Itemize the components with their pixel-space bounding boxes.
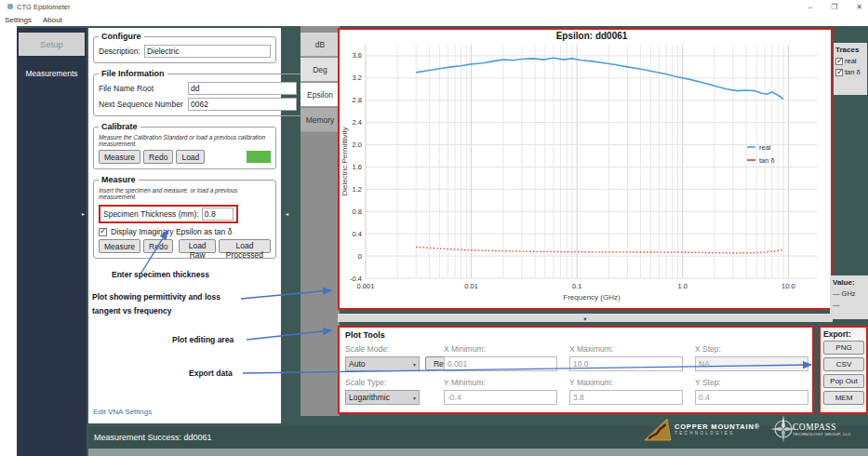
svg-text:0.4: 0.4 [353, 230, 362, 238]
x-step-input[interactable] [695, 356, 808, 371]
y-minimum-input[interactable] [444, 390, 557, 405]
check-icon: ✓ [836, 56, 844, 65]
calibrate-measure-button[interactable]: Measure [99, 150, 140, 164]
svg-text:2.0: 2.0 [353, 141, 362, 149]
measure-measure-button[interactable]: Measure [99, 239, 140, 253]
y-step-input[interactable] [695, 390, 808, 405]
traces-title: Traces [835, 46, 865, 54]
check-icon: ✓ [836, 67, 844, 76]
sidebar: Setup Measurements [17, 28, 87, 456]
measure-redo-button[interactable]: Redo [143, 239, 173, 253]
footer-strip [88, 449, 868, 456]
calibrate-legend: Calibrate [99, 122, 140, 131]
splitter-arrow-left-icon[interactable]: ► [81, 212, 86, 217]
x-step-label: X Step: [695, 344, 721, 354]
scale-type-label: Scale Type: [345, 378, 386, 387]
specimen-thickness-input[interactable] [202, 208, 234, 221]
load-raw-button[interactable]: Load Raw [179, 239, 215, 253]
copper-mountain-sub: TECHNOLOGIES [674, 431, 760, 436]
calibrate-redo-button[interactable]: Redo [143, 150, 173, 164]
imaginary-epsilon-checkbox-label: Display Imaginary Epsilon as tan δ [111, 227, 232, 236]
check-icon: ✓ [100, 226, 107, 235]
window-title: CTG Epsilometer [17, 3, 71, 11]
svg-text:0.8: 0.8 [353, 208, 362, 216]
imaginary-epsilon-checkbox[interactable]: ✓ [99, 228, 107, 236]
svg-text:1.2: 1.2 [353, 185, 362, 194]
edit-vna-settings-link[interactable]: Edit VNA Settings [93, 408, 152, 416]
trace-real-label: real [845, 57, 857, 65]
export-csv-button[interactable]: CSV [823, 357, 864, 371]
copper-mountain-name: COPPER MOUNTAIN® [674, 422, 760, 431]
measure-hint: Insert the specimen and measure, or load… [99, 187, 271, 200]
annotation-enter-thickness: Enter specimen thickness [112, 270, 209, 279]
svg-text:0.001: 0.001 [357, 282, 375, 290]
scale-type-dropdown[interactable]: Logarithmic ▾ [345, 390, 420, 405]
svg-text:0.1: 0.1 [572, 282, 581, 290]
scale-type-value: Logarithmic [349, 393, 390, 402]
plot-tools-panel: Plot Tools Scale Mode: X Minimum: X Maxi… [338, 326, 814, 414]
tab-memory[interactable]: Memory [300, 108, 340, 132]
configure-legend: Configure [99, 32, 144, 41]
svg-text:10.0: 10.0 [781, 282, 795, 290]
x-maximum-label: X Maximum: [569, 344, 613, 354]
export-png-button[interactable]: PNG [823, 341, 864, 355]
calibrate-hint: Measure the Calibration Standard or load… [99, 134, 271, 147]
trace-real-checkbox[interactable]: ✓ [835, 58, 843, 65]
next-sequence-input[interactable] [188, 98, 297, 111]
splitter-arrow-right-icon[interactable]: ◄ [285, 212, 289, 217]
traces-panel: Traces ✓ real ✓ tan δ [834, 43, 867, 95]
x-minimum-input[interactable] [444, 356, 557, 371]
value-reading: --- [833, 301, 865, 309]
maximize-icon[interactable]: ❐ [831, 3, 837, 11]
menu-about[interactable]: About [43, 16, 62, 24]
export-mem-button[interactable]: MEM [823, 391, 864, 405]
tab-epsilon[interactable]: Epsilon [300, 83, 340, 107]
y-maximum-input[interactable] [569, 390, 683, 405]
vendor-logos: COPPER MOUNTAIN® TECHNOLOGIES COMPASS TE… [644, 412, 851, 446]
svg-text:0: 0 [358, 252, 362, 261]
scale-mode-dropdown[interactable]: Auto ▾ [345, 356, 420, 371]
y-step-label: Y Step: [695, 378, 721, 387]
minimize-icon[interactable]: – [808, 3, 812, 11]
export-popout-button[interactable]: Pop Out [823, 374, 864, 388]
annotation-plot-note-line2: tangent vs frequency [92, 306, 172, 315]
file-information-legend: File Information [99, 69, 167, 78]
compass-name: COMPASS [793, 422, 851, 432]
epsilon-chart-canvas[interactable]: 3.63.22.82.42.01.61.20.80.40-0.40.0010.0… [340, 30, 831, 308]
sidebar-item-measurements[interactable]: Measurements [17, 63, 87, 84]
x-minimum-label: X Minimum: [444, 344, 486, 354]
close-icon[interactable]: ✕ [856, 3, 862, 11]
horizontal-splitter[interactable]: ▼ [338, 314, 833, 322]
svg-text:2.8: 2.8 [353, 96, 362, 104]
calibrate-load-button[interactable]: Load [176, 150, 205, 164]
description-input[interactable] [144, 45, 271, 58]
export-title: Export: [823, 329, 863, 339]
specimen-thickness-label: Specimen Thickness (mm): [103, 209, 199, 219]
value-panel: Value: --- GHz --- [830, 275, 868, 319]
export-panel: Export: PNG CSV Pop Out MEM [819, 326, 868, 414]
title-bar: CTG Epsilometer – ❐ ✕ [0, 0, 868, 13]
value-frequency: --- GHz [833, 289, 865, 298]
file-name-root-label: File Name Root [99, 84, 184, 93]
plot-tab-column: dB Deg Epsilon Memory [300, 26, 340, 416]
svg-text:3.6: 3.6 [353, 51, 362, 60]
svg-text:Frequency (GHz): Frequency (GHz) [563, 293, 621, 302]
scale-mode-value: Auto [349, 359, 366, 369]
configure-section: Configure Description: [93, 32, 276, 63]
svg-text:Dielectric Permittivity: Dielectric Permittivity [341, 127, 349, 195]
tab-deg[interactable]: Deg [300, 58, 340, 82]
value-title: Value: [833, 278, 865, 287]
menu-settings[interactable]: Settings [5, 16, 32, 24]
trace-tand-checkbox[interactable]: ✓ [835, 69, 843, 76]
next-sequence-label: Next Sequence Number [99, 100, 184, 109]
compass-logo: COMPASS TECHNOLOGY GROUP, LLC [769, 414, 851, 444]
svg-text:1.6: 1.6 [353, 163, 362, 171]
file-name-root-input[interactable] [188, 82, 297, 95]
epsilon-plot[interactable]: 3.63.22.82.42.01.61.20.80.40-0.40.0010.0… [338, 28, 833, 310]
gecko-triangle-icon [644, 417, 672, 442]
chevron-down-icon: ▾ [413, 361, 416, 368]
load-processed-button[interactable]: Load Processed [219, 239, 271, 253]
sidebar-item-setup[interactable]: Setup [19, 33, 85, 56]
x-maximum-input[interactable] [569, 356, 683, 371]
tab-db[interactable]: dB [300, 33, 340, 57]
